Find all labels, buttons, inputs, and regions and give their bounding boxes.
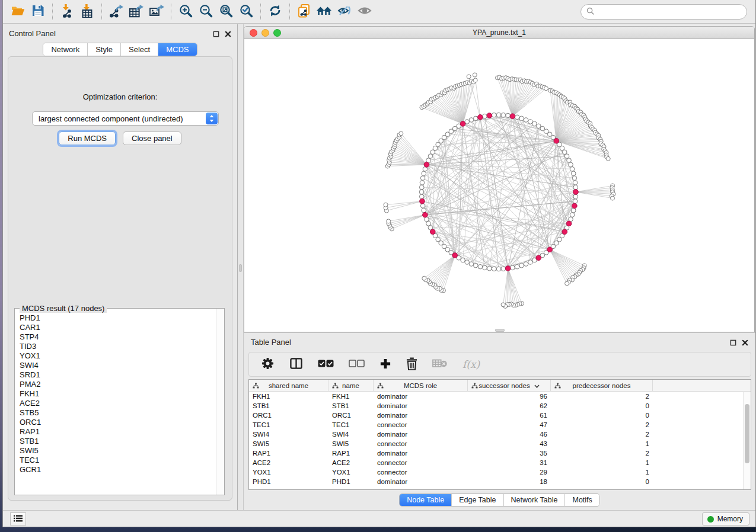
horizontal-splitter-grip[interactable] bbox=[495, 329, 505, 332]
mcds-result-item[interactable]: FKH1 bbox=[20, 389, 216, 399]
select-all-button[interactable] bbox=[318, 360, 334, 370]
close-panel-button[interactable]: Close panel bbox=[123, 132, 181, 145]
tab-select[interactable]: Select bbox=[121, 43, 158, 56]
column-header-name[interactable]: name bbox=[328, 380, 374, 391]
table-row[interactable]: SWI5SWI5connector431 bbox=[249, 439, 751, 448]
export-table-button[interactable] bbox=[126, 2, 146, 21]
mcds-result-item[interactable]: TID3 bbox=[20, 342, 216, 351]
table-row[interactable]: YOX1YOX1connector291 bbox=[249, 467, 751, 477]
mcds-result-item[interactable]: YOX1 bbox=[20, 351, 216, 361]
zoom-fit-button[interactable] bbox=[216, 2, 236, 21]
refresh-layout-icon bbox=[268, 4, 282, 20]
mcds-result-item[interactable]: RAP1 bbox=[20, 427, 216, 437]
import-network-icon bbox=[60, 4, 74, 20]
search-input[interactable] bbox=[598, 8, 747, 16]
column-header-MCDS-role[interactable]: MCDS role bbox=[374, 380, 468, 391]
vertical-splitter[interactable] bbox=[238, 24, 244, 510]
mcds-result-scrollbar[interactable] bbox=[216, 309, 224, 495]
float-panel-icon[interactable] bbox=[213, 29, 219, 40]
table-scrollbar-thumb[interactable] bbox=[745, 404, 749, 463]
delete-row-button[interactable] bbox=[406, 357, 417, 372]
close-panel-icon[interactable] bbox=[742, 338, 748, 348]
mcds-result-item[interactable]: ACE2 bbox=[20, 399, 216, 408]
mcds-result-item[interactable]: GCR1 bbox=[20, 465, 216, 475]
zoom-selected-button[interactable] bbox=[236, 2, 256, 21]
add-row-button[interactable] bbox=[379, 358, 391, 371]
show-all-button[interactable] bbox=[355, 2, 375, 21]
table-row[interactable]: ACE2ACE2connector311 bbox=[249, 458, 751, 467]
mcds-result-list[interactable]: PHD1CAR1STP4TID3YOX1SWI4SRD1PMA2FKH1ACE2… bbox=[15, 312, 216, 494]
column-header-successor-nodes[interactable]: successor nodes bbox=[468, 380, 551, 391]
mcds-result-item[interactable]: STB5 bbox=[20, 408, 216, 418]
table-cell: PHD1 bbox=[328, 477, 374, 486]
splitter-grip[interactable] bbox=[239, 264, 242, 272]
optimization-criterion-dropdown[interactable]: largest connected component (undirected) bbox=[32, 111, 219, 126]
mcds-result-item[interactable]: STP4 bbox=[20, 332, 216, 342]
mcds-result-item[interactable]: SWI5 bbox=[20, 446, 216, 456]
zoom-in-button[interactable] bbox=[176, 2, 196, 21]
tab-node-table[interactable]: Node Table bbox=[400, 494, 452, 506]
zoom-out-button[interactable] bbox=[196, 2, 216, 21]
table-row[interactable]: SWI4SWI4dominator462 bbox=[249, 430, 751, 439]
zoom-out-icon bbox=[199, 4, 213, 20]
table-cell: 2 bbox=[551, 448, 653, 458]
window-minimize-button[interactable] bbox=[261, 29, 269, 37]
tab-motifs[interactable]: Motifs bbox=[565, 494, 599, 506]
run-mcds-button[interactable]: Run MCDS bbox=[59, 132, 116, 145]
table-row[interactable]: FKH1FKH1dominator962 bbox=[249, 392, 751, 401]
table-cell: 96 bbox=[468, 392, 551, 401]
tab-network-table[interactable]: Network Table bbox=[504, 494, 566, 506]
columns-button[interactable] bbox=[289, 357, 303, 371]
export-network-button[interactable] bbox=[106, 2, 126, 21]
tab-style[interactable]: Style bbox=[88, 43, 121, 56]
table-row[interactable]: RAP1RAP1dominator352 bbox=[249, 448, 751, 458]
column-header-predecessor-nodes[interactable]: predecessor nodes bbox=[551, 380, 653, 391]
mcds-result-item[interactable]: PHD1 bbox=[20, 313, 216, 323]
tab-edge-table[interactable]: Edge Table bbox=[452, 494, 503, 506]
delete-table-button bbox=[432, 358, 448, 370]
open-file-icon bbox=[11, 4, 25, 19]
refresh-layout-button[interactable] bbox=[265, 2, 285, 21]
table-scrollbar[interactable] bbox=[743, 392, 751, 489]
column-label: name bbox=[342, 382, 359, 389]
mcds-result-item[interactable]: PMA2 bbox=[20, 380, 216, 389]
close-panel-icon[interactable] bbox=[225, 29, 231, 40]
window-zoom-button[interactable] bbox=[273, 29, 281, 37]
import-table-button[interactable] bbox=[77, 2, 97, 21]
mcds-tab-content: Optimization criterion: largest connecte… bbox=[8, 56, 232, 501]
mcds-result-item[interactable]: ORC1 bbox=[20, 418, 216, 427]
show-panels-button[interactable] bbox=[10, 512, 26, 525]
clone-network-button[interactable] bbox=[294, 2, 314, 21]
export-image-button[interactable] bbox=[146, 2, 167, 21]
network-canvas[interactable] bbox=[244, 39, 754, 332]
first-neighbors-button[interactable] bbox=[314, 2, 334, 21]
mcds-result-item[interactable]: SRD1 bbox=[20, 370, 216, 380]
network-window-titlebar[interactable]: YPA_prune.txt_1 bbox=[244, 27, 754, 39]
table-row[interactable]: ORC1ORC1dominator610 bbox=[249, 411, 751, 420]
mcds-result-item[interactable]: CAR1 bbox=[20, 323, 216, 332]
tab-network[interactable]: Network bbox=[43, 43, 88, 56]
column-header-shared-name[interactable]: shared name bbox=[249, 380, 328, 391]
mcds-result-item[interactable]: TEC1 bbox=[20, 456, 216, 465]
table-row[interactable]: PHD1PHD1dominator180 bbox=[249, 477, 751, 486]
gear-icon bbox=[261, 357, 275, 372]
import-network-button[interactable] bbox=[57, 2, 77, 21]
memory-button[interactable]: Memory bbox=[702, 512, 749, 525]
network-graph bbox=[244, 39, 755, 332]
float-panel-icon[interactable] bbox=[730, 338, 736, 348]
window-close-button[interactable] bbox=[250, 29, 257, 37]
table-row[interactable]: TEC1TEC1connector472 bbox=[249, 420, 751, 430]
mcds-result-item[interactable]: SWI4 bbox=[20, 361, 216, 370]
table-row[interactable]: STB1STB1dominator620 bbox=[249, 401, 751, 411]
gear-button[interactable] bbox=[261, 357, 275, 372]
search-box[interactable] bbox=[580, 4, 747, 20]
hide-selected-button[interactable] bbox=[334, 2, 355, 21]
open-file-button[interactable] bbox=[8, 2, 28, 21]
toolbar-separator bbox=[289, 4, 290, 20]
export-table-icon bbox=[129, 4, 144, 20]
deselect-all-button[interactable] bbox=[349, 360, 365, 370]
export-image-icon bbox=[149, 4, 165, 20]
tab-mcds[interactable]: MCDS bbox=[158, 43, 196, 56]
mcds-result-item[interactable]: STB1 bbox=[20, 437, 216, 446]
save-session-button[interactable] bbox=[28, 2, 48, 21]
